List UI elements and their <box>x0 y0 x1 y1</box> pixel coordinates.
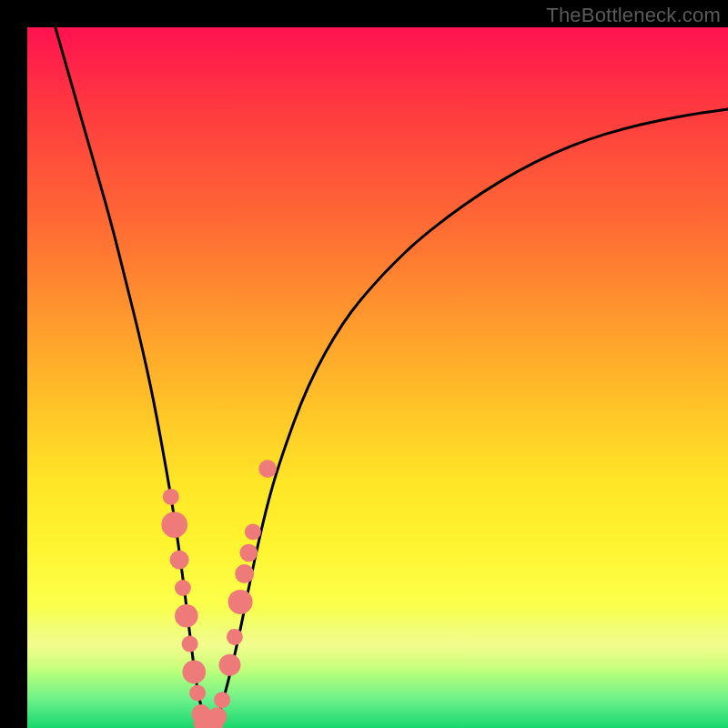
bottleneck-curve <box>56 27 728 725</box>
chart-frame: TheBottleneck.com <box>0 0 728 728</box>
scatter-marker <box>258 460 277 478</box>
scatter-marker <box>183 661 207 684</box>
scatter-marker <box>235 564 254 583</box>
scatter-marker <box>161 511 187 538</box>
scatter-marker <box>175 604 198 628</box>
chart-svg <box>27 27 728 728</box>
scatter-marker <box>175 580 191 596</box>
watermark-text: TheBottleneck.com <box>546 4 721 27</box>
scatter-marker <box>245 523 261 540</box>
scatter-marker <box>163 489 179 505</box>
scatter-marker <box>228 590 253 614</box>
scatter-marker <box>240 544 258 562</box>
scatter-marker <box>227 629 243 645</box>
scatter-marker <box>207 707 227 726</box>
scatter-marker <box>214 692 230 708</box>
marker-group <box>161 460 277 728</box>
scatter-marker <box>170 551 189 570</box>
scatter-marker <box>182 636 198 652</box>
plot-area <box>27 27 728 728</box>
scatter-marker <box>189 685 206 702</box>
scatter-marker <box>219 654 241 676</box>
